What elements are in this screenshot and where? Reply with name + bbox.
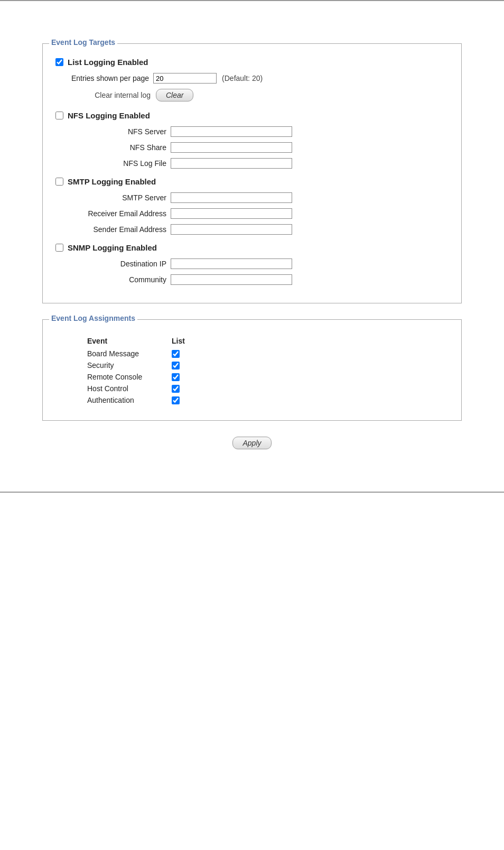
authentication-event: Authentication — [87, 396, 172, 404]
sender-email-row: Sender Email Address — [71, 224, 449, 235]
event-log-assignments-section: Event Log Assignments Event List Board M… — [42, 319, 462, 421]
board-message-list — [172, 350, 203, 358]
entries-label: Entries shown per page — [71, 74, 149, 82]
nfs-logfile-label: NFS Log File — [71, 159, 166, 168]
top-border — [0, 0, 504, 1]
entries-row: Entries shown per page (Default: 20) — [71, 73, 449, 84]
snmp-logging-checkbox[interactable] — [55, 244, 63, 252]
authentication-list-checkbox[interactable] — [172, 396, 180, 404]
destination-ip-row: Destination IP — [71, 258, 449, 269]
assignments-table: Event List Board Message Security Remote… — [87, 337, 449, 404]
nfs-fields: NFS Server NFS Share NFS Log File — [71, 126, 449, 169]
clear-button[interactable]: Clear — [156, 89, 193, 101]
nfs-share-label: NFS Share — [71, 143, 166, 152]
nfs-logfile-row: NFS Log File — [71, 158, 449, 169]
clear-row: Clear internal log Clear — [71, 89, 449, 101]
nfs-share-row: NFS Share — [71, 142, 449, 153]
snmp-fields: Destination IP Community — [71, 258, 449, 285]
community-label: Community — [71, 275, 166, 284]
snmp-logging-heading-row: SNMP Logging Enabled — [55, 243, 449, 252]
host-control-list — [172, 385, 203, 393]
nfs-server-row: NFS Server — [71, 126, 449, 137]
smtp-fields: SMTP Server Receiver Email Address Sende… — [71, 192, 449, 235]
remote-console-event: Remote Console — [87, 373, 172, 381]
col-event-header: Event — [87, 337, 172, 345]
event-log-targets-section: Event Log Targets List Logging Enabled E… — [42, 43, 462, 303]
community-input[interactable] — [171, 274, 292, 285]
apply-button[interactable]: Apply — [232, 437, 271, 449]
remote-console-list-checkbox[interactable] — [172, 373, 180, 381]
security-list-checkbox[interactable] — [172, 362, 180, 369]
event-log-assignments-legend: Event Log Assignments — [49, 314, 137, 322]
community-row: Community — [71, 274, 449, 285]
list-logging-heading-row: List Logging Enabled — [55, 58, 449, 67]
host-control-event: Host Control — [87, 384, 172, 393]
smtp-logging-heading-row: SMTP Logging Enabled — [55, 177, 449, 186]
nfs-server-input[interactable] — [171, 126, 292, 137]
board-message-list-checkbox[interactable] — [172, 350, 180, 358]
smtp-logging-label: SMTP Logging Enabled — [68, 177, 156, 186]
board-message-event: Board Message — [87, 349, 172, 358]
board-message-row: Board Message — [87, 349, 449, 358]
apply-row: Apply — [42, 437, 462, 449]
receiver-email-input[interactable] — [171, 208, 292, 219]
host-control-list-checkbox[interactable] — [172, 385, 180, 393]
snmp-logging-label: SNMP Logging Enabled — [68, 243, 157, 252]
nfs-logfile-input[interactable] — [171, 158, 292, 169]
list-logging-label: List Logging Enabled — [68, 58, 148, 67]
host-control-row: Host Control — [87, 384, 449, 393]
remote-console-list — [172, 373, 203, 381]
destination-ip-input[interactable] — [171, 258, 292, 269]
smtp-server-row: SMTP Server — [71, 192, 449, 203]
clear-internal-log-label: Clear internal log — [71, 91, 151, 99]
assignments-header-row: Event List — [87, 337, 449, 345]
security-row: Security — [87, 361, 449, 369]
nfs-server-label: NFS Server — [71, 127, 166, 136]
nfs-share-input[interactable] — [171, 142, 292, 153]
receiver-email-row: Receiver Email Address — [71, 208, 449, 219]
security-event: Security — [87, 361, 172, 369]
entries-default: (Default: 20) — [222, 74, 263, 82]
sender-email-input[interactable] — [171, 224, 292, 235]
receiver-email-label: Receiver Email Address — [71, 209, 166, 218]
security-list — [172, 362, 203, 369]
authentication-list — [172, 396, 203, 404]
nfs-logging-label: NFS Logging Enabled — [68, 111, 150, 120]
authentication-row: Authentication — [87, 396, 449, 404]
entries-input[interactable] — [153, 73, 217, 84]
sender-email-label: Sender Email Address — [71, 225, 166, 234]
col-list-header: List — [172, 337, 203, 345]
smtp-server-input[interactable] — [171, 192, 292, 203]
nfs-logging-checkbox[interactable] — [55, 112, 63, 119]
list-logging-checkbox[interactable] — [55, 58, 63, 66]
event-log-targets-legend: Event Log Targets — [49, 38, 117, 47]
page-content: Event Log Targets List Logging Enabled E… — [0, 43, 504, 449]
smtp-logging-checkbox[interactable] — [55, 178, 63, 186]
bottom-border — [0, 492, 504, 493]
smtp-server-label: SMTP Server — [71, 193, 166, 202]
nfs-logging-heading-row: NFS Logging Enabled — [55, 111, 449, 120]
remote-console-row: Remote Console — [87, 373, 449, 381]
destination-ip-label: Destination IP — [71, 260, 166, 268]
